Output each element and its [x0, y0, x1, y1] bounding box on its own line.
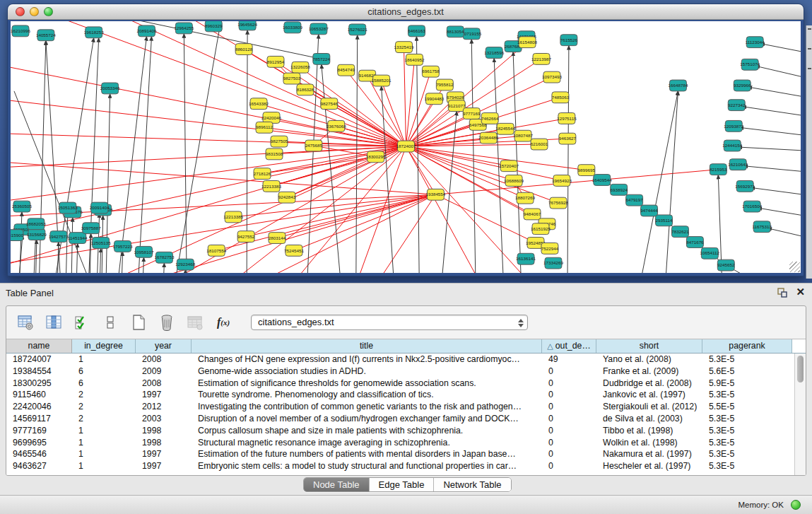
cell-name[interactable]: 9463627	[6, 460, 72, 472]
graph-edge[interactable]	[163, 263, 164, 273]
graph-node[interactable]: 16154808	[517, 37, 537, 48]
zoom-button[interactable]	[44, 7, 53, 16]
graph-node[interactable]: 16210643	[728, 159, 748, 170]
cell-year[interactable]: 1998	[136, 437, 192, 449]
cell-name[interactable]: 9699695	[6, 437, 72, 449]
graph-node[interactable]: 9831508	[266, 148, 283, 160]
row-height-icon[interactable]	[101, 313, 119, 332]
graph-node[interactable]: 9427552	[237, 231, 255, 243]
minimize-button[interactable]	[30, 7, 39, 16]
graph-node[interactable]: 17957223	[113, 241, 133, 252]
graph-node[interactable]: 16136141	[516, 253, 536, 264]
cell-short[interactable]: Yano et al. (2008)	[596, 354, 702, 366]
cell-pagerank[interactable]: 5.3E-5	[702, 448, 792, 460]
graph-node[interactable]: 17334269	[543, 257, 563, 269]
graph-node[interactable]: 16151925	[531, 223, 551, 235]
cell-pagerank[interactable]: 5.3E-5	[702, 354, 792, 366]
table-row[interactable]: 1872400712008Changes of HCN gene express…	[6, 354, 794, 366]
graph-node[interactable]: 20053346	[100, 83, 120, 94]
cell-in_degree[interactable]: 6	[72, 366, 136, 378]
graph-edge[interactable]	[363, 194, 436, 273]
graph-edge[interactable]	[32, 21, 406, 146]
graph-edge[interactable]	[356, 35, 358, 273]
graph-edge[interactable]	[748, 87, 801, 97]
cell-title[interactable]: Investigating the contribution of common…	[192, 401, 542, 413]
cell-in_degree[interactable]: 1	[72, 460, 136, 472]
graph-node[interactable]: 10653287	[309, 23, 329, 35]
table-row[interactable]: 977716911998Corpus callosum shape and si…	[6, 425, 794, 437]
graph-node[interactable]: 76756928	[548, 197, 568, 209]
cell-in_degree[interactable]: 1	[72, 425, 136, 437]
graph-node[interactable]: 9827505	[271, 136, 288, 147]
graph-node[interactable]: 6479197	[625, 194, 643, 206]
graph-node[interactable]: 15276021	[348, 24, 367, 35]
graph-node[interactable]: 9245652	[717, 259, 735, 271]
graph-edge[interactable]	[142, 257, 143, 273]
graph-node[interactable]: 7462664	[481, 113, 499, 124]
graph-node[interactable]: 9242843	[278, 192, 296, 203]
graph-node[interactable]: 14055724	[36, 30, 56, 41]
graph-edge[interactable]	[743, 166, 801, 172]
graph-node[interactable]: 10688609	[504, 175, 524, 187]
graph-node[interactable]: 12093872	[724, 120, 743, 132]
column-header-title[interactable]: title	[192, 339, 542, 353]
cell-pagerank[interactable]: 5.3E-5	[702, 413, 792, 425]
graph-edge[interactable]	[742, 107, 801, 116]
graph-node[interactable]: 9484067	[524, 209, 541, 220]
graph-node[interactable]: 18300295	[366, 151, 386, 163]
cell-pagerank[interactable]: 5.9E-5	[702, 378, 792, 390]
cell-in_degree[interactable]: 2	[72, 389, 136, 401]
graph-node[interactable]: 18640952	[405, 54, 425, 65]
cell-out_de[interactable]: 0	[542, 437, 596, 449]
graph-node[interactable]: 11123044	[746, 37, 765, 48]
graph-edge[interactable]	[246, 194, 435, 236]
graph-node[interactable]: 9827503	[283, 73, 301, 84]
table-row[interactable]: 1938455462009Genome-wide association stu…	[6, 366, 794, 378]
graph-node[interactable]: 15692971	[735, 180, 755, 192]
cell-title[interactable]: Disruption of a novel member of a sodium…	[192, 413, 542, 425]
column-header-out_de[interactable]: △out_de…	[542, 339, 596, 353]
cell-short[interactable]: Nakamura et al. (1997)	[596, 448, 702, 460]
graph-node[interactable]: 18807269	[515, 192, 535, 204]
graph-node[interactable]: 19427573	[49, 231, 69, 243]
cell-pagerank[interactable]: 5.3E-5	[702, 460, 792, 472]
cell-in_degree[interactable]: 1	[72, 354, 136, 366]
graph-node[interactable]: 20091404	[90, 202, 110, 214]
graph-node[interactable]: 10719155	[461, 28, 481, 40]
cell-name[interactable]: 9115460	[6, 389, 72, 401]
graph-node[interactable]: 2475685	[305, 140, 323, 151]
graph-node[interactable]: 11675313	[752, 221, 772, 233]
window-titlebar[interactable]: citations_edges.txt	[8, 4, 804, 20]
table-source-dropdown[interactable]: citations_edges.txt	[251, 315, 528, 330]
graph-node[interactable]: 30975887	[81, 223, 101, 234]
graph-node[interactable]: 13156829	[27, 229, 47, 240]
table-row[interactable]: 1830029562008Estimation of significance …	[6, 378, 794, 390]
cell-year[interactable]: 2008	[136, 378, 192, 390]
graph-node[interactable]: 3315900	[11, 230, 24, 241]
graph-edge[interactable]	[718, 175, 722, 273]
graph-node[interactable]: 16543382	[249, 98, 269, 110]
graph-node[interactable]: 13218596	[484, 47, 504, 59]
graph-edge[interactable]	[11, 146, 406, 203]
cell-pagerank[interactable]: 5.6E-5	[702, 366, 792, 378]
cell-pagerank[interactable]: 5.5E-5	[702, 401, 792, 413]
graph-node[interactable]: 13226058	[290, 62, 310, 73]
close-button[interactable]	[16, 7, 25, 16]
graph-edge[interactable]	[19, 212, 22, 273]
graph-node[interactable]: 8215953	[710, 164, 727, 175]
network-canvas[interactable]: 1621099614055724196182532089140612964255…	[11, 21, 801, 273]
cell-out_de[interactable]: 0	[542, 448, 596, 460]
graph-node[interactable]: 7857224	[313, 53, 331, 64]
graph-node[interactable]: 2935114	[656, 215, 673, 226]
new-table-icon[interactable]	[129, 313, 148, 332]
graph-node[interactable]: 19618253	[84, 27, 104, 38]
column-header-in_degree[interactable]: in_degree	[72, 339, 136, 353]
graph-node[interactable]: 7955812	[436, 79, 454, 90]
graph-node[interactable]: 20891406	[137, 25, 157, 37]
graph-node[interactable]: 16409544	[592, 175, 612, 186]
graph-node[interactable]: 9899695	[578, 165, 596, 176]
graph-node[interactable]: 2803144	[269, 233, 286, 244]
graph-node[interactable]: 9827546	[321, 98, 339, 110]
graph-edge[interactable]	[739, 127, 801, 135]
cell-title[interactable]: Estimation of significance thresholds fo…	[192, 378, 542, 390]
